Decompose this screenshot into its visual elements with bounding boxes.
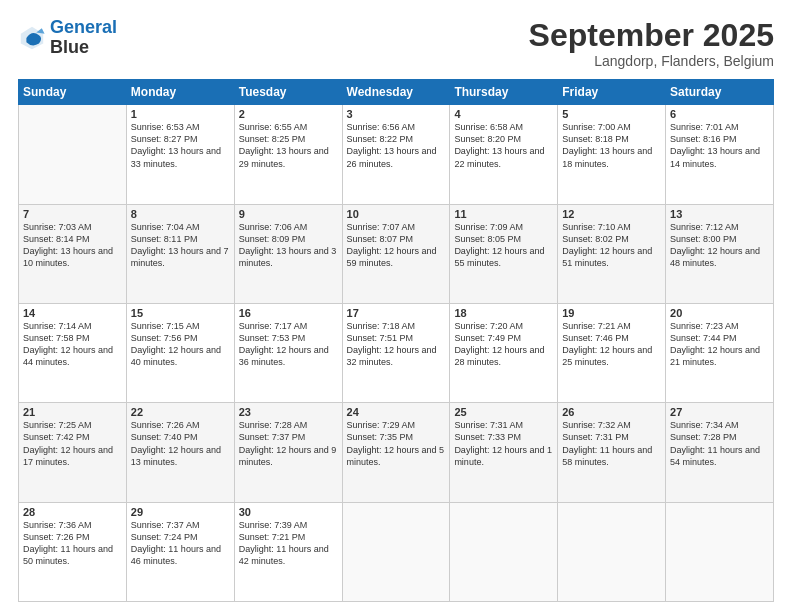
day-number: 28 xyxy=(23,506,122,518)
day-number: 16 xyxy=(239,307,338,319)
day-number: 29 xyxy=(131,506,230,518)
logo-text: General Blue xyxy=(50,18,117,58)
table-row: 3 Sunrise: 6:56 AMSunset: 8:22 PMDayligh… xyxy=(342,105,450,204)
day-number: 2 xyxy=(239,108,338,120)
day-number: 4 xyxy=(454,108,553,120)
table-row: 2 Sunrise: 6:55 AMSunset: 8:25 PMDayligh… xyxy=(234,105,342,204)
table-row: 1 Sunrise: 6:53 AMSunset: 8:27 PMDayligh… xyxy=(126,105,234,204)
table-row: 7 Sunrise: 7:03 AMSunset: 8:14 PMDayligh… xyxy=(19,204,127,303)
table-row: 28 Sunrise: 7:36 AMSunset: 7:26 PMDaylig… xyxy=(19,502,127,601)
day-number: 22 xyxy=(131,406,230,418)
day-number: 19 xyxy=(562,307,661,319)
day-number: 18 xyxy=(454,307,553,319)
day-info: Sunrise: 6:58 AMSunset: 8:20 PMDaylight:… xyxy=(454,121,553,170)
title-block: September 2025 Langdorp, Flanders, Belgi… xyxy=(529,18,774,69)
calendar-table: Sunday Monday Tuesday Wednesday Thursday… xyxy=(18,79,774,602)
table-row: 19 Sunrise: 7:21 AMSunset: 7:46 PMDaylig… xyxy=(558,303,666,402)
col-sunday: Sunday xyxy=(19,80,127,105)
day-number: 27 xyxy=(670,406,769,418)
table-row: 5 Sunrise: 7:00 AMSunset: 8:18 PMDayligh… xyxy=(558,105,666,204)
calendar-week-row: 14 Sunrise: 7:14 AMSunset: 7:58 PMDaylig… xyxy=(19,303,774,402)
calendar-header-row: Sunday Monday Tuesday Wednesday Thursday… xyxy=(19,80,774,105)
day-info: Sunrise: 7:28 AMSunset: 7:37 PMDaylight:… xyxy=(239,419,338,468)
day-number: 7 xyxy=(23,208,122,220)
day-info: Sunrise: 7:12 AMSunset: 8:00 PMDaylight:… xyxy=(670,221,769,270)
day-number: 9 xyxy=(239,208,338,220)
day-number: 15 xyxy=(131,307,230,319)
day-info: Sunrise: 7:25 AMSunset: 7:42 PMDaylight:… xyxy=(23,419,122,468)
day-info: Sunrise: 7:14 AMSunset: 7:58 PMDaylight:… xyxy=(23,320,122,369)
day-number: 30 xyxy=(239,506,338,518)
day-info: Sunrise: 7:04 AMSunset: 8:11 PMDaylight:… xyxy=(131,221,230,270)
table-row: 22 Sunrise: 7:26 AMSunset: 7:40 PMDaylig… xyxy=(126,403,234,502)
day-number: 20 xyxy=(670,307,769,319)
table-row xyxy=(558,502,666,601)
col-thursday: Thursday xyxy=(450,80,558,105)
day-number: 23 xyxy=(239,406,338,418)
calendar-week-row: 7 Sunrise: 7:03 AMSunset: 8:14 PMDayligh… xyxy=(19,204,774,303)
day-info: Sunrise: 7:37 AMSunset: 7:24 PMDaylight:… xyxy=(131,519,230,568)
day-number: 8 xyxy=(131,208,230,220)
day-info: Sunrise: 7:17 AMSunset: 7:53 PMDaylight:… xyxy=(239,320,338,369)
col-wednesday: Wednesday xyxy=(342,80,450,105)
day-info: Sunrise: 7:34 AMSunset: 7:28 PMDaylight:… xyxy=(670,419,769,468)
col-tuesday: Tuesday xyxy=(234,80,342,105)
table-row: 29 Sunrise: 7:37 AMSunset: 7:24 PMDaylig… xyxy=(126,502,234,601)
table-row: 15 Sunrise: 7:15 AMSunset: 7:56 PMDaylig… xyxy=(126,303,234,402)
col-saturday: Saturday xyxy=(666,80,774,105)
day-number: 6 xyxy=(670,108,769,120)
day-info: Sunrise: 6:53 AMSunset: 8:27 PMDaylight:… xyxy=(131,121,230,170)
table-row: 25 Sunrise: 7:31 AMSunset: 7:33 PMDaylig… xyxy=(450,403,558,502)
day-info: Sunrise: 7:23 AMSunset: 7:44 PMDaylight:… xyxy=(670,320,769,369)
logo-line1: General xyxy=(50,17,117,37)
calendar-week-row: 21 Sunrise: 7:25 AMSunset: 7:42 PMDaylig… xyxy=(19,403,774,502)
day-info: Sunrise: 6:55 AMSunset: 8:25 PMDaylight:… xyxy=(239,121,338,170)
day-number: 12 xyxy=(562,208,661,220)
day-number: 10 xyxy=(347,208,446,220)
day-number: 11 xyxy=(454,208,553,220)
table-row: 24 Sunrise: 7:29 AMSunset: 7:35 PMDaylig… xyxy=(342,403,450,502)
table-row xyxy=(450,502,558,601)
table-row: 10 Sunrise: 7:07 AMSunset: 8:07 PMDaylig… xyxy=(342,204,450,303)
day-info: Sunrise: 7:31 AMSunset: 7:33 PMDaylight:… xyxy=(454,419,553,468)
day-info: Sunrise: 7:15 AMSunset: 7:56 PMDaylight:… xyxy=(131,320,230,369)
logo-icon xyxy=(18,24,46,52)
day-number: 1 xyxy=(131,108,230,120)
calendar-week-row: 1 Sunrise: 6:53 AMSunset: 8:27 PMDayligh… xyxy=(19,105,774,204)
col-monday: Monday xyxy=(126,80,234,105)
day-info: Sunrise: 7:03 AMSunset: 8:14 PMDaylight:… xyxy=(23,221,122,270)
day-info: Sunrise: 7:20 AMSunset: 7:49 PMDaylight:… xyxy=(454,320,553,369)
table-row: 6 Sunrise: 7:01 AMSunset: 8:16 PMDayligh… xyxy=(666,105,774,204)
table-row: 20 Sunrise: 7:23 AMSunset: 7:44 PMDaylig… xyxy=(666,303,774,402)
table-row: 18 Sunrise: 7:20 AMSunset: 7:49 PMDaylig… xyxy=(450,303,558,402)
day-number: 17 xyxy=(347,307,446,319)
day-number: 21 xyxy=(23,406,122,418)
table-row: 16 Sunrise: 7:17 AMSunset: 7:53 PMDaylig… xyxy=(234,303,342,402)
day-info: Sunrise: 7:06 AMSunset: 8:09 PMDaylight:… xyxy=(239,221,338,270)
page: General Blue September 2025 Langdorp, Fl… xyxy=(0,0,792,612)
day-number: 3 xyxy=(347,108,446,120)
day-info: Sunrise: 7:29 AMSunset: 7:35 PMDaylight:… xyxy=(347,419,446,468)
table-row xyxy=(666,502,774,601)
logo: General Blue xyxy=(18,18,117,58)
day-number: 5 xyxy=(562,108,661,120)
day-info: Sunrise: 7:39 AMSunset: 7:21 PMDaylight:… xyxy=(239,519,338,568)
day-info: Sunrise: 7:26 AMSunset: 7:40 PMDaylight:… xyxy=(131,419,230,468)
month-title: September 2025 xyxy=(529,18,774,53)
day-info: Sunrise: 7:07 AMSunset: 8:07 PMDaylight:… xyxy=(347,221,446,270)
day-number: 26 xyxy=(562,406,661,418)
day-info: Sunrise: 7:36 AMSunset: 7:26 PMDaylight:… xyxy=(23,519,122,568)
table-row xyxy=(19,105,127,204)
day-info: Sunrise: 7:09 AMSunset: 8:05 PMDaylight:… xyxy=(454,221,553,270)
table-row: 14 Sunrise: 7:14 AMSunset: 7:58 PMDaylig… xyxy=(19,303,127,402)
table-row: 11 Sunrise: 7:09 AMSunset: 8:05 PMDaylig… xyxy=(450,204,558,303)
table-row: 17 Sunrise: 7:18 AMSunset: 7:51 PMDaylig… xyxy=(342,303,450,402)
header: General Blue September 2025 Langdorp, Fl… xyxy=(18,18,774,69)
day-info: Sunrise: 6:56 AMSunset: 8:22 PMDaylight:… xyxy=(347,121,446,170)
day-info: Sunrise: 7:00 AMSunset: 8:18 PMDaylight:… xyxy=(562,121,661,170)
table-row: 4 Sunrise: 6:58 AMSunset: 8:20 PMDayligh… xyxy=(450,105,558,204)
logo-line2: Blue xyxy=(50,38,117,58)
day-number: 25 xyxy=(454,406,553,418)
table-row: 26 Sunrise: 7:32 AMSunset: 7:31 PMDaylig… xyxy=(558,403,666,502)
day-info: Sunrise: 7:10 AMSunset: 8:02 PMDaylight:… xyxy=(562,221,661,270)
